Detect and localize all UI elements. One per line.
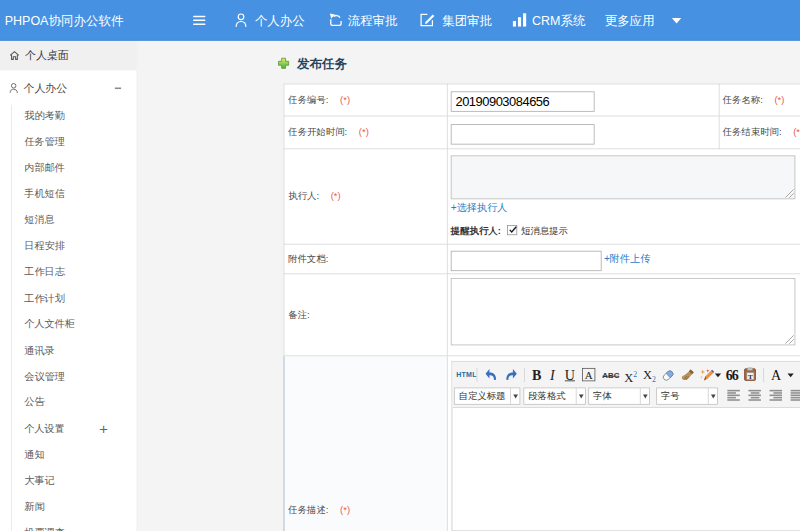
svg-text:T: T	[748, 373, 753, 381]
